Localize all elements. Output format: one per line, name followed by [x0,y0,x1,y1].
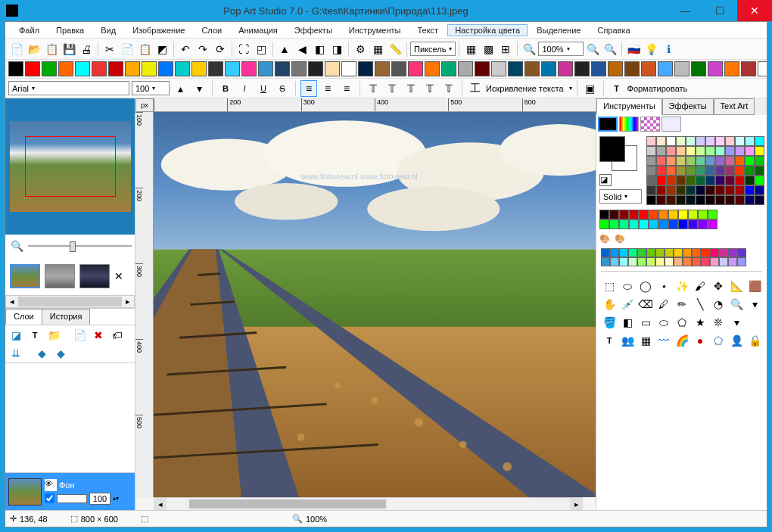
effect-14[interactable] [241,61,257,76]
eyedropper-tool[interactable]: 💉 [619,296,636,313]
effect-21[interactable] [358,61,373,76]
lasso-tool[interactable]: ◯ [637,278,654,294]
select-rect-tool[interactable]: ⬚ [601,278,618,294]
arrow-down-icon[interactable]: ▾ [746,296,763,313]
effect-13[interactable] [225,61,240,76]
tab-effects[interactable]: Эффекты [662,98,714,115]
effect-17[interactable] [291,61,307,76]
fill-pattern[interactable] [640,117,660,132]
fg-bg-swatches[interactable] [599,136,637,171]
fill-solid[interactable] [598,117,618,132]
effect-39[interactable] [658,61,673,76]
flip-h-button[interactable]: ▲ [276,41,293,58]
effect-16[interactable] [275,61,290,76]
brush-tool[interactable]: 🖌 [692,278,708,294]
layer-folder-icon[interactable]: 📁 [45,327,62,344]
shape-star-tool[interactable]: ★ [692,314,708,331]
canvas-h-scrollbar[interactable]: ◂▸ [154,497,583,510]
rotate-button[interactable]: ◧ [311,41,328,58]
menu-эффекты[interactable]: Эффекты [287,24,340,36]
shape-poly-tool[interactable]: ⬠ [674,314,690,331]
effect-23[interactable] [391,61,406,76]
format-icon[interactable]: T [609,80,625,97]
pencil-tool[interactable]: ✏ [674,296,690,313]
effect-2[interactable] [42,61,57,76]
menu-правка[interactable]: Правка [48,24,92,36]
layer-visibility-icon[interactable]: 👁 [45,479,57,491]
shape-custom-tool[interactable]: ❊ [710,314,727,331]
size-up-button[interactable]: ▴ [172,80,188,97]
effect-42[interactable] [708,61,723,76]
text-effect-5[interactable]: 𝕋 [440,80,457,97]
close-thumbnail-button[interactable]: ✕ [114,270,123,282]
about-button[interactable]: ℹ [660,41,677,58]
print-button[interactable]: 🖨 [78,41,95,58]
layer-text-icon[interactable]: T [26,327,43,344]
effect-34[interactable] [574,61,590,76]
wide-palette[interactable] [601,248,762,266]
tab-history[interactable]: История [42,309,91,325]
menu-слои[interactable]: Слои [194,24,229,36]
thumbnail-2[interactable] [45,264,75,288]
swap-colors-icon[interactable]: ◪ [599,174,612,186]
resize-button[interactable]: ⛶ [235,41,252,58]
measure-tool[interactable]: 📐 [728,278,745,294]
layer-lock-checkbox[interactable] [45,493,54,503]
blue-pentagon-tool[interactable]: ⬠ [710,332,727,349]
shape-rect-tool[interactable]: ▭ [637,314,654,331]
effect-5[interactable] [92,61,107,76]
effect-24[interactable] [408,61,423,76]
effect-12[interactable] [208,61,223,76]
paste-button[interactable]: 📋 [136,41,153,58]
gradient-tool[interactable]: ◧ [619,314,636,331]
warp-icon[interactable]: 工 [467,80,484,97]
clone-tool[interactable]: 👥 [619,332,636,349]
language-button[interactable]: 🇷🇺 [625,41,642,58]
zoom-in-button[interactable]: 🔍 [584,41,601,58]
layer-delete-button[interactable]: ✖ [90,327,107,344]
fill-gradient[interactable] [619,117,639,132]
lock-tool[interactable]: 🔒 [746,332,763,349]
wand-tool[interactable]: ✨ [674,278,690,294]
text-effect-2[interactable]: 𝕋 [384,80,400,97]
effect-7[interactable] [125,61,140,76]
bold-button[interactable]: B [217,80,234,97]
effect-31[interactable] [525,61,540,76]
effect-4[interactable] [75,61,90,76]
crop-button[interactable]: ◩ [154,41,170,58]
close-button[interactable]: ✕ [737,0,772,21]
navigator-preview[interactable] [5,98,135,235]
thumbnail-3[interactable] [79,264,110,288]
move-tool[interactable]: ✥ [710,278,727,294]
menu-файл[interactable]: Файл [11,24,47,36]
layer-props-button[interactable]: 🏷 [109,327,126,344]
effect-11[interactable] [191,61,207,76]
cut-button[interactable]: ✂ [101,41,118,58]
font-size-combo[interactable]: 100▾ [132,81,170,95]
underline-button[interactable]: U [255,80,272,97]
fg-color-swatch[interactable] [599,136,625,162]
canvas-viewport[interactable]: www.fotoview.nl www.fotoview.nl www.foto… [154,112,596,497]
font-combo[interactable]: Arial▾ [8,81,129,95]
size-down-button[interactable]: ▾ [191,80,207,97]
copy-button[interactable]: 📄 [119,41,135,58]
effect-37[interactable] [624,61,640,76]
help-icon-button[interactable]: 💡 [643,41,659,58]
canvas-size-button[interactable]: ◰ [253,41,269,58]
textbox-icon[interactable]: ▣ [582,80,599,97]
zoom-combo[interactable]: 100%▾ [538,42,584,56]
grid2-button[interactable]: ▩ [480,41,497,58]
rainbow-tool[interactable]: 🌈 [674,332,690,349]
bucket-tool[interactable]: 🪣 [601,314,618,331]
palette-icon-2[interactable]: 🎨 [615,234,625,244]
effect-6[interactable] [108,61,123,76]
zoom-out-button[interactable]: 🔍 [521,41,537,58]
align-center-button[interactable]: ≡ [319,80,336,97]
zoom-tool-icon[interactable]: 🔍 [8,238,25,254]
flip-v-button[interactable]: ◀ [294,41,310,58]
palette-icon-1[interactable]: 🎨 [599,234,610,244]
unit-combo[interactable]: Пиксель▾ [410,42,456,56]
text-effect-3[interactable]: 𝕋 [403,80,419,97]
effect-32[interactable] [541,61,556,76]
save-button[interactable]: 📋 [43,41,60,58]
